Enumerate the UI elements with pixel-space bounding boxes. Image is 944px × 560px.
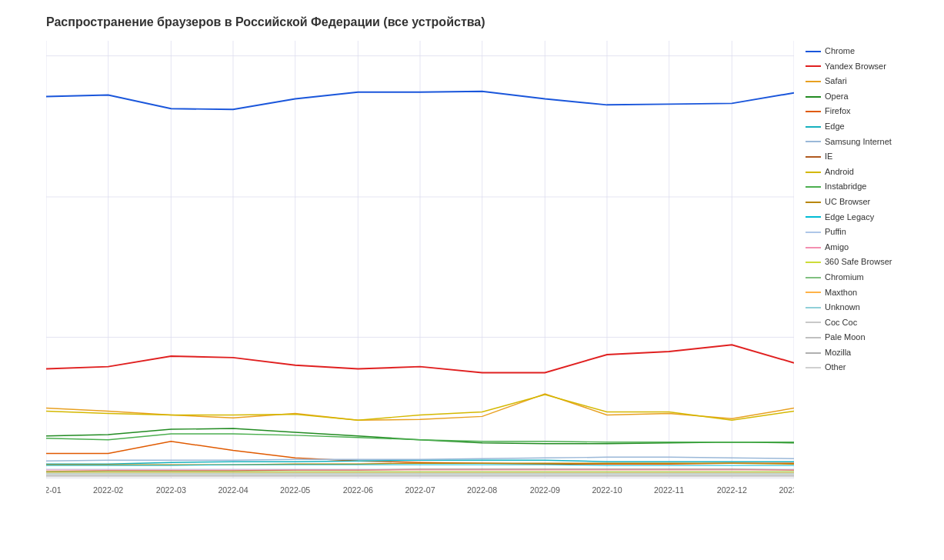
chart-container: Распространение браузеров в Российской Ф… xyxy=(0,0,944,560)
legend-color-swatch xyxy=(806,367,821,368)
legend-color-swatch xyxy=(806,51,821,52)
legend-color-swatch xyxy=(806,232,821,233)
legend-color-swatch xyxy=(806,202,821,203)
legend-label: Coc Coc xyxy=(825,316,857,330)
legend-label: Mozilla xyxy=(825,346,851,360)
legend-item: Amigo xyxy=(806,241,929,255)
svg-text:2022-06: 2022-06 xyxy=(343,485,373,495)
svg-text:2022-04: 2022-04 xyxy=(218,485,248,495)
legend-item: Samsung Internet xyxy=(806,135,929,149)
svg-text:2022-05: 2022-05 xyxy=(280,485,310,495)
legend-label: Edge xyxy=(825,120,845,134)
legend-item: IE xyxy=(806,150,929,164)
legend-item: Maxthon xyxy=(806,286,929,300)
legend-label: Android xyxy=(825,165,854,179)
legend-item: Pale Moon xyxy=(806,331,929,345)
legend-item: 360 Safe Browser xyxy=(806,255,929,269)
legend-label: Firefox xyxy=(825,105,851,118)
legend-color-swatch xyxy=(806,337,821,338)
legend-color-swatch xyxy=(806,96,821,98)
legend-color-swatch xyxy=(806,307,821,308)
legend-label: Instabridge xyxy=(825,180,866,194)
legend-label: Samsung Internet xyxy=(825,135,892,149)
legend-item: Edge xyxy=(806,120,929,134)
legend-color-swatch xyxy=(806,141,821,142)
legend-item: Yandex Browser xyxy=(806,60,929,74)
legend-label: Chrome xyxy=(825,45,855,58)
legend-color-swatch xyxy=(806,352,821,354)
svg-text:2022-08: 2022-08 xyxy=(467,485,497,495)
legend-item: Edge Legacy xyxy=(806,211,929,225)
legend-color-swatch xyxy=(806,292,821,293)
legend-item: UC Browser xyxy=(806,195,929,209)
legend-item: Unknown xyxy=(806,301,929,315)
legend-color-swatch xyxy=(806,111,821,112)
legend-label: Yandex Browser xyxy=(825,60,886,74)
chart-area: 0 20 40 60 2022-01 2022-02 2022-03 2022-… xyxy=(46,41,929,508)
svg-text:2022-12: 2022-12 xyxy=(717,485,747,495)
legend-color-swatch xyxy=(806,65,821,67)
svg-text:2022-02: 2022-02 xyxy=(93,485,123,495)
legend-item: Android xyxy=(806,165,929,179)
legend-color-swatch xyxy=(806,126,821,128)
legend-color-swatch xyxy=(806,247,821,248)
legend-item: Instabridge xyxy=(806,180,929,194)
legend-item: Chrome xyxy=(806,45,929,58)
legend-color-swatch xyxy=(806,186,821,188)
svg-text:2023-01: 2023-01 xyxy=(779,485,794,495)
legend-label: Unknown xyxy=(825,301,860,315)
legend-label: UC Browser xyxy=(825,195,870,209)
legend-item: Opera xyxy=(806,90,929,104)
legend-color-swatch xyxy=(806,172,821,173)
chart-legend: ChromeYandex BrowserSafariOperaFirefoxEd… xyxy=(794,41,929,508)
legend-label: Safari xyxy=(825,75,847,88)
legend-label: Other xyxy=(825,361,846,375)
legend-color-swatch xyxy=(806,262,821,263)
legend-item: Chromium xyxy=(806,271,929,285)
legend-label: Amigo xyxy=(825,241,849,255)
legend-label: IE xyxy=(825,150,832,164)
svg-text:2022-11: 2022-11 xyxy=(654,485,684,495)
legend-item: Other xyxy=(806,361,929,375)
chart-title: Распространение браузеров в Российской Ф… xyxy=(46,15,929,29)
svg-text:2022-07: 2022-07 xyxy=(405,485,435,495)
legend-item: Puffin xyxy=(806,225,929,239)
legend-color-swatch xyxy=(806,277,821,278)
legend-label: Maxthon xyxy=(825,286,857,300)
chart-svg: 0 20 40 60 2022-01 2022-02 2022-03 2022-… xyxy=(46,41,794,508)
legend-item: Coc Coc xyxy=(806,316,929,330)
legend-item: Firefox xyxy=(806,105,929,118)
legend-label: Pale Moon xyxy=(825,331,866,345)
legend-label: Opera xyxy=(825,90,849,104)
svg-text:2022-01: 2022-01 xyxy=(46,485,62,495)
legend-item: Safari xyxy=(806,75,929,88)
legend-label: Edge Legacy xyxy=(825,211,874,225)
legend-color-swatch xyxy=(806,322,821,323)
legend-label: Puffin xyxy=(825,225,846,239)
legend-item: Mozilla xyxy=(806,346,929,360)
legend-label: Chromium xyxy=(825,271,864,285)
legend-color-swatch xyxy=(806,156,821,158)
svg-text:2022-03: 2022-03 xyxy=(156,485,186,495)
legend-label: 360 Safe Browser xyxy=(825,255,892,269)
svg-text:2022-09: 2022-09 xyxy=(530,485,560,495)
svg-text:2022-10: 2022-10 xyxy=(592,485,622,495)
legend-color-swatch xyxy=(806,216,821,218)
legend-color-swatch xyxy=(806,81,821,82)
